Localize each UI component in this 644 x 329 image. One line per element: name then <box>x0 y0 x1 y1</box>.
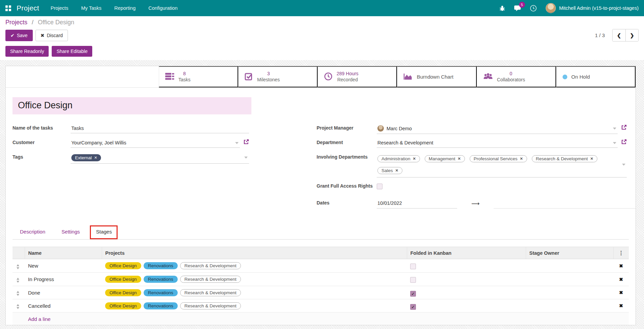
stat-button-burndown-chart[interactable]: Burndown Chart <box>397 66 476 87</box>
stage-name-cell[interactable]: Done <box>25 286 102 299</box>
manager-name: Marc Demo <box>387 126 412 131</box>
end-date-input[interactable] <box>494 198 636 209</box>
stage-name-cell[interactable]: Cancelled <box>25 299 102 312</box>
user-menu[interactable]: Mitchell Admin (v15-to-projct-stages) <box>546 3 639 13</box>
project-pill-research-development: Research & Development <box>180 262 241 269</box>
tag-remove-icon[interactable]: ✕ <box>94 156 97 160</box>
stage-projects-cell[interactable]: Office DesignRenovationsResearch & Devel… <box>102 286 407 299</box>
involving-departments-input[interactable]: Administration✕Management✕Professional S… <box>377 152 627 177</box>
stage-name-cell[interactable]: New <box>25 259 102 273</box>
stage-name-cell[interactable]: In Progress <box>25 273 102 286</box>
grant-access-checkbox[interactable] <box>377 184 382 189</box>
project-title-field[interactable]: Office Design <box>13 97 251 114</box>
tag-remove-icon[interactable]: ✕ <box>458 157 461 161</box>
dates-label: Dates <box>317 198 377 209</box>
stage-owner-cell[interactable] <box>526 286 613 299</box>
delete-row-icon[interactable]: ✖ <box>613 259 629 273</box>
row-drag-cell <box>13 286 25 299</box>
apps-grid-icon[interactable] <box>5 5 11 11</box>
tab-settings[interactable]: Settings <box>61 229 80 235</box>
stage-projects-cell[interactable]: Office DesignRenovationsResearch & Devel… <box>102 259 407 273</box>
messages-icon[interactable]: 5 <box>514 5 521 11</box>
delete-row-icon[interactable]: ✖ <box>613 299 629 312</box>
nav-item-reporting[interactable]: Reporting <box>114 5 135 11</box>
stat-button-milestones[interactable]: 3Milestones <box>238 66 318 87</box>
bug-icon[interactable] <box>499 5 505 11</box>
customer-input[interactable]: YourCompany, Joel Willis <box>71 138 240 148</box>
stat-button-on-hold[interactable]: On Hold <box>556 66 636 87</box>
stat-button-tasks[interactable]: 8Tasks <box>159 66 238 87</box>
burndown-icon <box>403 73 413 81</box>
pager-next-button[interactable]: ❯ <box>625 29 638 41</box>
tag-remove-icon[interactable]: ✕ <box>590 157 593 161</box>
task-name-label: Name of the tasks <box>13 123 71 134</box>
folded-checkbox[interactable]: ✓ <box>410 304 416 310</box>
share-readonly-button[interactable]: Share Readonly <box>5 46 49 57</box>
tag-remove-icon[interactable]: ✕ <box>413 157 416 161</box>
stat-button-value: 0 <box>497 71 525 77</box>
pager-previous-button[interactable]: ❮ <box>613 29 625 41</box>
breadcrumb-projects[interactable]: Projects <box>5 19 27 26</box>
pager: 1 / 3 ❮ ❯ <box>595 29 639 42</box>
department-input[interactable]: Research & Development <box>377 138 618 148</box>
drag-handle-icon[interactable] <box>16 303 20 310</box>
stat-button-texts: 289 HoursRecorded <box>337 71 358 83</box>
user-name: Mitchell Admin (v15-to-projct-stages) <box>559 5 639 11</box>
stage-projects-cell[interactable]: Office DesignRenovationsResearch & Devel… <box>102 273 407 286</box>
discard-button[interactable]: ✖ Discard <box>35 30 68 41</box>
drag-handle-icon[interactable] <box>16 264 20 270</box>
folded-in-kanban-cell: ✓ <box>407 286 526 299</box>
involving-tag-management: Management✕ <box>425 155 465 162</box>
stage-owner-cell[interactable] <box>526 259 613 273</box>
manager-external-link-icon[interactable] <box>621 125 627 131</box>
kebab-icon: ⋮ <box>618 250 624 256</box>
project-manager-input[interactable]: Marc Demo <box>377 123 618 134</box>
stat-button-label: Recorded <box>337 77 358 83</box>
project-pill-research-development: Research & Development <box>180 302 241 309</box>
nav-item-projects[interactable]: Projects <box>51 5 68 11</box>
pager-counter: 1 / 3 <box>595 32 605 38</box>
optional-columns-toggle[interactable]: ⋮ <box>613 247 629 259</box>
stat-button-value: 289 Hours <box>337 71 358 77</box>
stat-button-texts: 0Collaborators <box>497 71 525 83</box>
stat-button-value: 3 <box>257 71 280 77</box>
stage-projects-cell[interactable]: Office DesignRenovationsResearch & Devel… <box>102 299 407 312</box>
tag-remove-icon[interactable]: ✕ <box>395 168 398 173</box>
stat-button-collaborators[interactable]: 0Collaborators <box>477 66 556 87</box>
stat-button-label: Collaborators <box>497 77 525 83</box>
delete-row-icon[interactable]: ✖ <box>613 286 629 299</box>
tags-input[interactable]: External✕ <box>71 152 249 164</box>
tab-stages[interactable]: Stages <box>96 229 112 235</box>
department-external-link-icon[interactable] <box>621 139 627 146</box>
activities-clock-icon[interactable] <box>530 5 537 12</box>
add-a-line-link[interactable]: Add a line <box>13 312 629 326</box>
task-name-input[interactable]: Tasks <box>71 123 249 133</box>
delete-row-icon[interactable]: ✖ <box>613 273 629 286</box>
customer-external-link-icon[interactable] <box>243 139 249 146</box>
involving-tag-professional-services: Professional Services✕ <box>470 155 527 162</box>
project-pill-renovations: Renovations <box>144 302 178 309</box>
app-brand[interactable]: Project <box>17 4 39 12</box>
on-hold-status-dot-icon <box>563 75 567 79</box>
stat-button-recorded[interactable]: 289 HoursRecorded <box>318 66 397 87</box>
table-row-in-progress: In ProgressOffice DesignRenovationsResea… <box>13 273 629 286</box>
nav-item-my-tasks[interactable]: My Tasks <box>81 5 101 11</box>
tag-remove-icon[interactable]: ✕ <box>520 157 523 161</box>
stage-owner-cell[interactable] <box>526 273 613 286</box>
involving-tag-label: Research & Development <box>536 156 588 161</box>
folded-checkbox[interactable]: ✓ <box>410 291 416 297</box>
drag-handle-icon[interactable] <box>16 290 20 297</box>
column-header-stage-owner: Stage Owner <box>526 247 613 259</box>
breadcrumb-current: Office Design <box>38 19 74 26</box>
chevron-down-icon <box>613 128 616 130</box>
tab-description[interactable]: Description <box>20 229 45 235</box>
start-date-input[interactable]: 10/01/2022 <box>377 198 457 209</box>
drag-handle-icon[interactable] <box>16 277 20 283</box>
save-button[interactable]: ✔ Save <box>5 30 33 41</box>
folded-checkbox[interactable] <box>410 264 416 269</box>
table-row-new: NewOffice DesignRenovationsResearch & De… <box>13 259 629 273</box>
stage-owner-cell[interactable] <box>526 299 613 312</box>
share-editable-button[interactable]: Share Editable <box>52 46 92 57</box>
folded-checkbox[interactable] <box>410 277 416 283</box>
nav-item-configuration[interactable]: Configuration <box>148 5 177 11</box>
